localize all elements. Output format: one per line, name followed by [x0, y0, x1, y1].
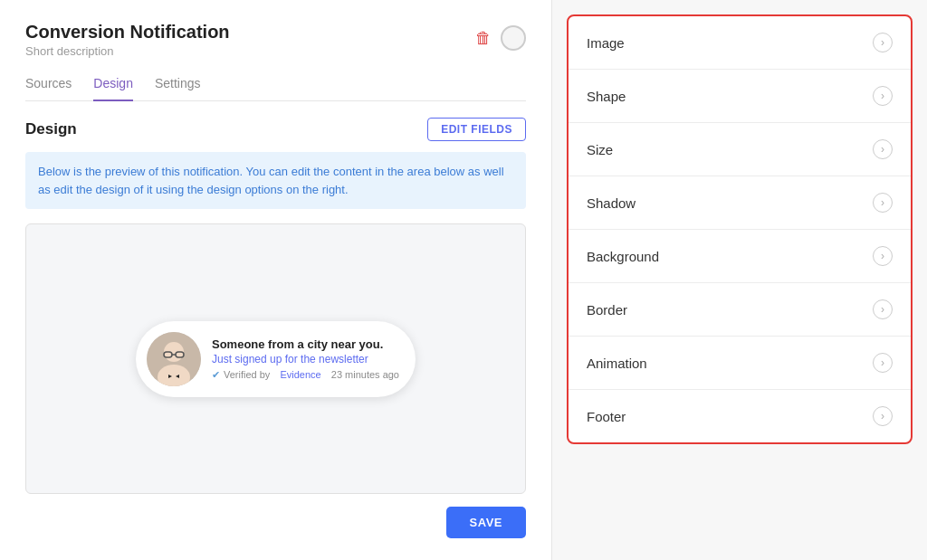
preview-area: Someone from a city near you. Just signe…	[25, 223, 526, 494]
page-subtitle: Short description	[25, 44, 230, 58]
chevron-right-image: ›	[873, 33, 893, 52]
tab-settings[interactable]: Settings	[155, 76, 201, 101]
design-option-border[interactable]: Border ›	[569, 283, 911, 337]
design-option-background[interactable]: Background ›	[569, 230, 911, 283]
design-option-label-border: Border	[587, 302, 627, 318]
delete-icon[interactable]: 🗑	[475, 29, 492, 48]
design-option-size[interactable]: Size ›	[569, 123, 911, 176]
design-options-box: Image › Shape › Size › Shadow › Backgrou…	[567, 14, 913, 444]
verify-prefix: Verified by	[224, 369, 270, 380]
design-option-label-image: Image	[587, 35, 625, 51]
chevron-right-animation: ›	[873, 353, 893, 373]
notification-card: Someone from a city near you. Just signe…	[136, 321, 416, 397]
design-option-image[interactable]: Image ›	[569, 16, 911, 70]
chevron-right-border: ›	[873, 299, 893, 319]
section-header: Design EDIT FIELDS	[25, 118, 526, 141]
edit-fields-button[interactable]: EDIT FIELDS	[427, 118, 526, 141]
chevron-right-size: ›	[873, 139, 893, 159]
section-title: Design	[25, 120, 77, 138]
notification-verify: ✔ Verified by Evidence 23 minutes ago	[212, 369, 399, 381]
design-option-label-shape: Shape	[587, 89, 626, 104]
page-title: Conversion Notification	[25, 22, 230, 43]
verify-suffix: 23 minutes ago	[331, 369, 399, 380]
chevron-right-background: ›	[873, 246, 893, 266]
verify-link[interactable]: Evidence	[280, 369, 320, 380]
title-group: Conversion Notification Short descriptio…	[25, 22, 230, 58]
check-icon: ✔	[212, 369, 220, 381]
info-banner: Below is the preview of this notificatio…	[25, 152, 526, 209]
header-actions: 🗑	[475, 25, 526, 51]
header-area: Conversion Notification Short descriptio…	[25, 22, 526, 58]
chevron-right-footer: ›	[873, 406, 893, 426]
design-option-label-animation: Animation	[587, 356, 647, 371]
left-panel: Conversion Notification Short descriptio…	[0, 0, 552, 560]
design-option-label-background: Background	[587, 249, 659, 264]
right-panel: Image › Shape › Size › Shadow › Backgrou…	[552, 0, 927, 560]
chevron-right-shape: ›	[873, 86, 893, 106]
design-option-footer[interactable]: Footer ›	[569, 390, 911, 442]
notification-subtitle: Just signed up for the newsletter	[212, 353, 399, 365]
design-option-label-size: Size	[587, 142, 613, 157]
chevron-right-shadow: ›	[873, 193, 893, 213]
bottom-bar: SAVE	[25, 507, 526, 538]
design-option-animation[interactable]: Animation ›	[569, 337, 911, 390]
design-option-shape[interactable]: Shape ›	[569, 70, 911, 123]
tab-design[interactable]: Design	[93, 76, 133, 101]
notification-text: Someone from a city near you. Just signe…	[212, 337, 399, 381]
tab-sources[interactable]: Sources	[25, 76, 72, 101]
design-option-label-shadow: Shadow	[587, 195, 636, 211]
save-button[interactable]: SAVE	[446, 507, 526, 538]
design-option-label-footer: Footer	[587, 409, 626, 424]
toggle-button[interactable]	[501, 25, 526, 51]
avatar	[147, 332, 201, 386]
design-option-shadow[interactable]: Shadow ›	[569, 176, 911, 230]
tabs: Sources Design Settings	[25, 76, 526, 101]
notification-title: Someone from a city near you.	[212, 337, 399, 351]
